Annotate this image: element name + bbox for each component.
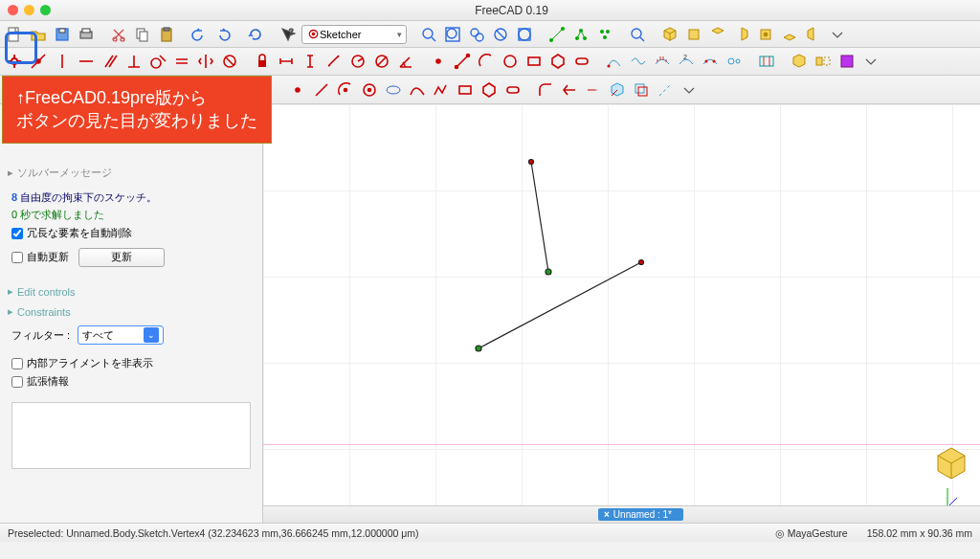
geom-line-button[interactable] [452, 51, 473, 72]
constraint-dist-button[interactable] [323, 51, 345, 72]
geom-poly-button[interactable] [547, 51, 568, 72]
constraint-radius-button[interactable] [347, 51, 368, 72]
ext-info-checkbox[interactable]: 拡張情報 [11, 374, 251, 389]
view-iso-button[interactable] [659, 24, 680, 45]
constraint-block-button[interactable] [219, 51, 240, 72]
minimize-window-icon[interactable] [24, 5, 34, 15]
copy-button[interactable] [132, 24, 153, 45]
create-circle-button[interactable] [359, 79, 380, 101]
geom-arc-button[interactable] [476, 51, 497, 72]
virtual-space-button[interactable] [756, 51, 777, 72]
bounding-box-button[interactable] [514, 24, 535, 45]
geom-rect-button[interactable] [523, 51, 545, 72]
bspline-comb-button[interactable] [652, 51, 673, 72]
create-bspline-button[interactable] [407, 79, 428, 101]
redo-button[interactable] [212, 24, 234, 45]
constraint-diameter-button[interactable] [371, 51, 392, 72]
create-poly-button[interactable] [479, 79, 500, 101]
constraint-disty-button[interactable] [300, 51, 321, 72]
measure-angle-button[interactable] [570, 24, 591, 45]
close-tab-icon[interactable]: × [604, 509, 610, 520]
overflow-3-icon[interactable] [679, 79, 700, 101]
fillet-button[interactable] [535, 79, 556, 101]
constraint-equal-button[interactable] [171, 51, 192, 72]
create-slot-button[interactable] [502, 79, 523, 101]
edit-controls-header[interactable]: ▸Edit controls [0, 281, 262, 302]
constraint-tangent-button[interactable] [147, 51, 168, 72]
geom-slot-button[interactable] [571, 51, 592, 72]
view-front-button[interactable] [683, 24, 704, 45]
view-top-button[interactable] [707, 24, 728, 45]
part-validate-button[interactable] [836, 51, 858, 72]
filter-select[interactable]: すべて ⌄ [78, 325, 164, 345]
hide-internal-checkbox[interactable]: 内部アライメントを非表示 [11, 356, 251, 370]
view-bottom-button[interactable] [779, 24, 800, 45]
cut-button[interactable] [108, 24, 129, 45]
constraint-lock-button[interactable] [252, 51, 273, 72]
sketch-geometry[interactable] [263, 104, 980, 523]
svg-point-5 [113, 37, 117, 41]
geom-circle-button[interactable] [500, 51, 521, 72]
carbon-copy-button[interactable] [631, 79, 652, 101]
nav-cube[interactable] [932, 444, 970, 484]
extend-button[interactable] [583, 79, 604, 101]
find-button[interactable] [627, 24, 648, 45]
create-polyline-button[interactable] [431, 79, 452, 101]
zoom-all-button[interactable] [442, 24, 463, 45]
svg-point-27 [603, 35, 607, 39]
measure-distance-button[interactable] [546, 24, 568, 45]
trim-button[interactable] [559, 79, 580, 101]
constraint-perpendicular-button[interactable] [123, 51, 145, 72]
bspline-degree-button[interactable] [700, 51, 721, 72]
view-rear-button[interactable] [755, 24, 776, 45]
measure-clear-button[interactable] [594, 24, 615, 45]
bspline-knot-button[interactable] [628, 51, 649, 72]
update-button[interactable]: 更新 [78, 248, 165, 267]
bspline-pole-button[interactable] [604, 51, 625, 72]
constraint-horizontal-button[interactable] [76, 51, 97, 72]
bspline-weight-button[interactable] [724, 51, 745, 72]
constraint-vertical-button[interactable] [52, 51, 73, 72]
create-rect-button[interactable] [455, 79, 476, 101]
refresh-button[interactable] [245, 24, 266, 45]
whats-this-button[interactable]: ? [278, 24, 299, 45]
constraint-angle-button[interactable] [395, 51, 416, 72]
constraint-symmetric-button[interactable] [195, 51, 216, 72]
create-point-button[interactable] [287, 79, 308, 101]
zoom-fit-button[interactable] [418, 24, 439, 45]
overflow-2-icon[interactable] [860, 51, 881, 72]
print-button[interactable] [76, 24, 97, 45]
external-geom-button[interactable] [607, 79, 628, 101]
constraint-parallel-button[interactable] [100, 51, 121, 72]
overflow-icon[interactable] [827, 24, 848, 45]
autodelete-checkbox[interactable]: 冗長な要素を自動削除 [11, 226, 251, 240]
toggle-construction-button[interactable] [655, 79, 676, 101]
tab-unnamed[interactable]: × Unnamed : 1* [598, 508, 683, 521]
constraint-distx-button[interactable] [276, 51, 297, 72]
save-button[interactable] [52, 24, 73, 45]
svg-point-6 [121, 37, 124, 41]
create-line-button[interactable] [311, 79, 332, 101]
create-ellipse-button[interactable] [383, 79, 404, 101]
bspline-mult-button[interactable]: 2 [676, 51, 697, 72]
geom-point-button[interactable] [428, 51, 449, 72]
zoom-window-icon[interactable] [40, 5, 51, 15]
part-mirror-button[interactable] [813, 51, 834, 72]
paste-button[interactable] [156, 24, 177, 45]
nav-style-button[interactable]: ◎ MayaGesture [775, 527, 848, 539]
part-pad-button[interactable] [789, 51, 810, 72]
view-right-button[interactable] [731, 24, 752, 45]
close-window-icon[interactable] [8, 5, 18, 15]
solver-section-header[interactable]: ▸ ソルバーメッセージ [0, 162, 262, 184]
3d-viewport[interactable]: × Unnamed : 1* [263, 104, 980, 523]
view-left-button[interactable] [803, 24, 824, 45]
undo-button[interactable] [189, 24, 210, 45]
workbench-selector[interactable]: ⦿ Sketcher ▾ [301, 25, 407, 44]
zoom-selection-button[interactable] [466, 24, 487, 45]
autoupdate-checkbox[interactable]: 自動更新 [11, 250, 69, 264]
draw-style-button[interactable] [490, 24, 511, 45]
constraints-list[interactable] [11, 402, 251, 469]
create-arc-button[interactable] [335, 79, 356, 101]
highlight-ring [5, 32, 37, 64]
constraints-header[interactable]: ▸Constraints [0, 302, 262, 322]
